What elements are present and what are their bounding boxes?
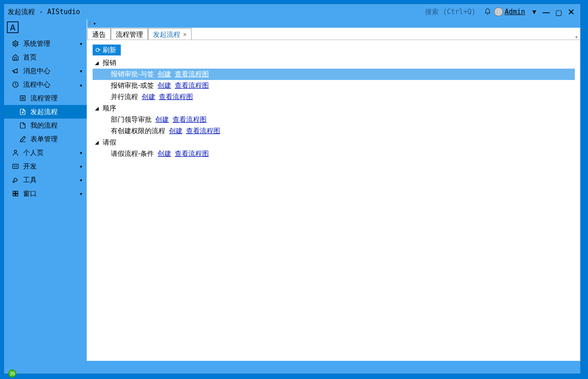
tab-label: 发起流程 [153,30,180,39]
nav-subitem[interactable]: 表单管理 [4,132,87,146]
create-link[interactable]: 创建 [158,70,171,79]
edit-icon [19,135,27,143]
nav-item-code[interactable]: 开发▾ [4,160,87,173]
wrench-icon [11,176,20,184]
sidebar: A 系统管理▾首页消息中心▾流程中心▴流程管理发起流程我的流程表单管理个人页▾开… [4,20,87,361]
view-diagram-link[interactable]: 查看流程图 [186,127,220,135]
content-area: ⋮ ▾ 通告流程管理发起流程× ▾ ⟳ 刷新 ◢报销报销审批-与签创建查看流程图… [87,20,580,361]
workflow-name: 并行流程 [111,93,138,101]
collapse-icon[interactable]: ◢ [93,105,101,111]
view-diagram-link[interactable]: 查看流程图 [175,81,209,90]
nav-label: 表单管理 [30,135,82,144]
group-name: 报销 [103,59,116,67]
minimize-button[interactable]: — [543,9,550,16]
tab-label: 通告 [92,30,106,39]
view-diagram-link[interactable]: 查看流程图 [175,150,209,158]
create-link[interactable]: 创建 [169,127,183,135]
refresh-icon: ⟳ [95,46,101,54]
body-area: A 系统管理▾首页消息中心▾流程中心▴流程管理发起流程我的流程表单管理个人页▾开… [4,20,580,361]
workflow-name: 报销审批-或签 [111,81,154,90]
nav-item-grid[interactable]: 窗口▾ [4,187,87,200]
tree-leaf: 报销审批-与签创建查看流程图 [93,69,575,80]
svg-point-2 [15,43,16,45]
svg-rect-6 [13,164,18,168]
create-link[interactable]: 创建 [155,115,169,124]
dropdown-icon[interactable]: ▼ [529,6,540,17]
window-controls: — ▢ ✕ [541,7,577,17]
collapse-icon[interactable]: ◢ [93,60,101,66]
nav-item-user[interactable]: 个人页▾ [4,146,87,160]
admin-link[interactable]: Admin [505,8,525,16]
statusbar [4,361,580,374]
tree-leaf: 并行流程创建查看流程图 [93,91,575,103]
view-diagram-link[interactable]: 查看流程图 [173,115,207,124]
tree-group[interactable]: ◢请假 [93,137,575,148]
tree-group[interactable]: ◢报销 [93,57,575,69]
megaphone-icon [11,67,20,75]
view-diagram-link[interactable]: 查看流程图 [159,93,193,101]
clock-icon [11,81,20,88]
nav-label: 流程管理 [30,94,82,103]
chevron-icon: ▴ [80,82,82,87]
nav-label: 流程中心 [23,80,80,89]
nav-subitem[interactable]: 我的流程 [4,119,87,132]
notifications-icon[interactable] [482,6,493,17]
svg-rect-10 [16,194,18,196]
group-name: 顺序 [103,104,116,113]
tab[interactable]: 发起流程× [148,28,192,40]
nav-label: 个人页 [23,149,80,157]
tab[interactable]: 通告 [87,28,111,40]
view-diagram-link[interactable]: 查看流程图 [175,70,209,79]
create-link[interactable]: 创建 [158,150,171,158]
gear-icon [11,40,20,47]
tree-leaf: 报销审批-或签创建查看流程图 [93,80,575,91]
create-link[interactable]: 创建 [142,93,155,101]
refresh-label: 刷新 [103,46,116,55]
nav-item-home[interactable]: 首页 [4,50,87,64]
group-name: 请假 [103,138,116,147]
nav-label: 首页 [23,53,82,62]
nav-subitem[interactable]: 流程管理 [4,91,87,105]
create-link[interactable]: 创建 [158,81,171,90]
titlebar: 发起流程 - AIStudio 搜索 (Ctrl+Q) Admin ▼ — ▢ … [4,4,580,20]
maximize-button[interactable]: ▢ [555,9,562,16]
user-icon [11,149,20,156]
tab-label: 流程管理 [116,30,143,39]
close-button[interactable]: ✕ [568,7,575,17]
chevron-icon: ▾ [80,164,82,169]
nav-label: 窗口 [23,190,80,198]
user-avatar[interactable] [494,7,503,16]
search-hint[interactable]: 搜索 (Ctrl+Q) [425,8,475,16]
svg-rect-9 [13,194,15,196]
workflow-name: 请假流程-条件 [111,150,154,158]
tree-leaf: 有创建权限的流程创建查看流程图 [93,125,575,137]
close-icon[interactable]: × [183,31,187,38]
tab-row: 通告流程管理发起流程× ▾ [87,28,580,40]
nav-label: 开发 [23,162,80,171]
toolstrip-handle[interactable]: ⋮ ▾ [88,21,96,26]
chevron-icon: ▾ [80,41,82,46]
workflow-tree: ◢报销报销审批-与签创建查看流程图报销审批-或签创建查看流程图并行流程创建查看流… [93,57,575,160]
nav-label: 系统管理 [23,40,80,48]
file-icon [19,122,27,129]
nav-item-megaphone[interactable]: 消息中心▾ [4,64,87,78]
svg-rect-7 [13,191,15,194]
grid-icon [11,190,20,197]
collapse-icon[interactable]: ◢ [93,140,101,145]
nav-item-wrench[interactable]: 工具▾ [4,173,87,187]
nav-item-gear[interactable]: 系统管理▾ [4,37,87,50]
nav-subitem[interactable]: 发起流程 [4,105,87,119]
chevron-icon: ▾ [80,191,82,196]
tab-options-icon[interactable]: ▾ [575,35,578,40]
taskbar-badge[interactable]: 39 [8,369,16,378]
home-icon [11,54,20,61]
nav-item-clock[interactable]: 流程中心▴ [4,78,87,91]
tab[interactable]: 流程管理 [111,28,148,40]
refresh-button[interactable]: ⟳ 刷新 [93,45,121,55]
app-logo[interactable]: A [7,21,19,33]
workflow-panel: ⟳ 刷新 ◢报销报销审批-与签创建查看流程图报销审批-或签创建查看流程图并行流程… [87,40,580,361]
toolstrip: ⋮ ▾ [87,20,580,28]
file-plus-icon [19,108,27,115]
chevron-icon: ▾ [80,69,82,74]
tree-group[interactable]: ◢顺序 [93,103,575,114]
